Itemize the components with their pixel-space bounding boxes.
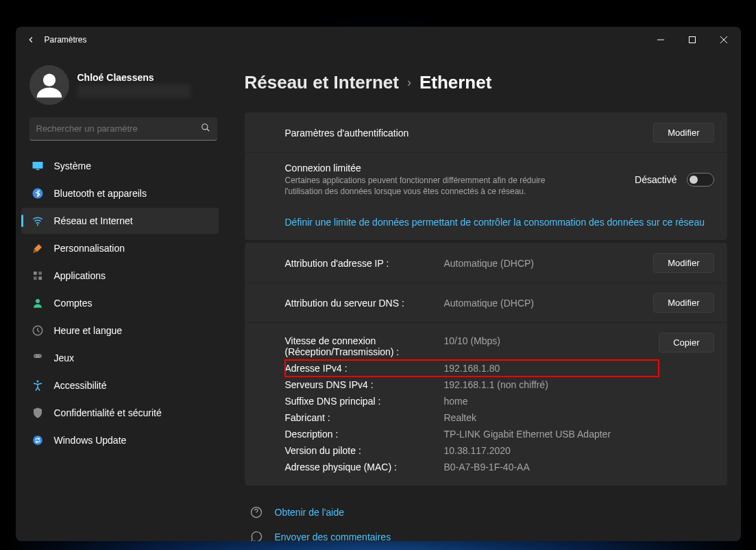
svg-point-16 <box>36 381 38 383</box>
metered-toggle-label: Désactivé <box>635 174 676 185</box>
data-limit-link-row: Définir une limite de données permettant… <box>245 206 727 239</box>
info-key: Vitesse de connexion (Réception/Transmis… <box>285 335 444 357</box>
sidebar-item-label: Bluetooth et appareils <box>54 188 147 199</box>
info-val: home <box>444 396 468 407</box>
dns-modify-button[interactable]: Modifier <box>653 293 714 313</box>
svg-rect-9 <box>34 276 37 280</box>
monitor-icon <box>31 159 45 173</box>
svg-point-17 <box>33 435 42 445</box>
sidebar-item-personnalisation[interactable]: Personnalisation <box>21 235 219 261</box>
back-button[interactable] <box>17 27 45 53</box>
info-row: Vitesse de connexion (Réception/Transmis… <box>285 333 659 360</box>
sidebar-item-comptes[interactable]: Comptes <box>21 290 219 316</box>
auth-modify-button[interactable]: Modifier <box>653 123 714 143</box>
clock-icon <box>31 324 45 337</box>
sidebar-item-accessibilit-[interactable]: Accessibilité <box>21 372 219 398</box>
content: Réseau et Internet › Ethernet Paramètres… <box>228 53 741 541</box>
minimize-button[interactable] <box>645 27 676 53</box>
apps-icon <box>31 269 45 283</box>
info-row: Adresse physique (MAC) :B0-A7-B9-1F-40-A… <box>285 459 659 475</box>
sidebar-item-bluetooth-et-appareils[interactable]: Bluetooth et appareils <box>21 180 219 206</box>
person-icon <box>31 296 45 310</box>
copy-button[interactable]: Copier <box>659 333 714 352</box>
sidebar-item-label: Réseau et Internet <box>54 215 133 226</box>
info-val: TP-LINK Gigabit Ethernet USB Adapter <box>444 429 611 440</box>
info-row: Description :TP-LINK Gigabit Ethernet US… <box>285 426 659 442</box>
accessibility-icon <box>31 379 45 392</box>
help-icon <box>249 505 264 520</box>
sidebar-item-label: Accessibilité <box>54 380 107 391</box>
sidebar-item-heure-et-langue[interactable]: Heure et langue <box>21 318 219 344</box>
ip-assignment-row: Attribution d'adresse IP : Automatique (… <box>245 243 727 283</box>
settings-window: Paramètres Chloé Claessens <box>16 27 741 541</box>
dns-assignment-value: Automatique (DHCP) <box>444 298 535 309</box>
info-key: Version du pilote : <box>285 445 444 456</box>
svg-point-2 <box>202 123 207 129</box>
dns-assignment-label: Attribution du serveur DNS : <box>285 298 444 309</box>
info-row: Suffixe DNS principal :home <box>285 393 659 409</box>
sidebar-item-confidentialit-et-s-curit-[interactable]: Confidentialité et sécurité <box>21 400 219 426</box>
dns-assignment-row: Attribution du serveur DNS : Automatique… <box>245 283 727 322</box>
info-val: 10.38.117.2020 <box>444 445 511 456</box>
bluetooth-icon <box>31 187 45 200</box>
titlebar: Paramètres <box>16 27 741 53</box>
maximize-button[interactable] <box>676 27 708 53</box>
svg-rect-0 <box>689 37 695 43</box>
sidebar-item-jeux[interactable]: Jeux <box>21 345 219 371</box>
avatar <box>29 65 69 105</box>
wifi-icon <box>31 214 45 228</box>
close-button[interactable] <box>708 27 740 53</box>
search-icon <box>201 123 210 135</box>
sidebar-item-label: Heure et langue <box>54 325 123 336</box>
get-help-link[interactable]: Obtenir de l'aide <box>245 505 727 520</box>
sidebar-item-applications[interactable]: Applications <box>21 263 219 289</box>
metered-desc: Certaines applications peuvent fonctionn… <box>285 175 573 197</box>
chevron-right-icon: › <box>407 75 411 90</box>
search-box[interactable] <box>29 117 217 141</box>
sidebar-item-label: Personnalisation <box>54 243 125 254</box>
svg-point-15 <box>40 356 40 357</box>
auth-settings-label: Paramètres d'authentification <box>285 128 654 139</box>
metered-toggle[interactable] <box>687 173 714 187</box>
search-input[interactable] <box>36 123 201 134</box>
svg-rect-7 <box>34 272 37 275</box>
breadcrumb-current: Ethernet <box>419 72 491 93</box>
sidebar-item-label: Jeux <box>54 352 75 363</box>
sidebar-item-label: Comptes <box>54 298 93 309</box>
send-feedback-label: Envoyer des commentaires <box>275 531 391 541</box>
info-key: Fabricant : <box>285 412 444 423</box>
window-title: Paramètres <box>45 35 87 45</box>
user-email-blurred <box>77 84 191 98</box>
svg-point-14 <box>39 355 40 355</box>
info-val: 192.168.1.80 <box>444 363 500 374</box>
shield-icon <box>31 406 45 420</box>
info-val: B0-A7-B9-1F-40-AA <box>444 462 530 473</box>
ip-modify-button[interactable]: Modifier <box>653 253 714 273</box>
info-key: Adresse physique (MAC) : <box>285 462 444 473</box>
svg-point-11 <box>36 299 40 303</box>
info-row: Version du pilote :10.38.117.2020 <box>285 442 659 459</box>
breadcrumb-parent[interactable]: Réseau et Internet <box>245 72 399 93</box>
footer-links: Obtenir de l'aide Envoyer des commentair… <box>245 505 727 541</box>
metered-title: Connexion limitée <box>285 163 635 174</box>
sidebar-item-windows-update[interactable]: Windows Update <box>21 427 219 453</box>
sidebar: Chloé Claessens SystèmeBluetooth et appa… <box>16 53 228 541</box>
svg-rect-8 <box>38 272 42 275</box>
info-key: Description : <box>285 429 444 440</box>
sidebar-item-r-seau-et-internet[interactable]: Réseau et Internet <box>21 208 219 234</box>
user-block[interactable]: Chloé Claessens <box>16 65 224 117</box>
sidebar-item-label: Windows Update <box>54 435 127 446</box>
sidebar-item-label: Confidentialité et sécurité <box>54 407 162 418</box>
brush-icon <box>31 241 45 255</box>
info-val: Realtek <box>444 412 476 423</box>
sidebar-item-syst-me[interactable]: Système <box>21 153 219 179</box>
ip-assignment-label: Attribution d'adresse IP : <box>285 258 444 269</box>
sidebar-item-label: Applications <box>54 270 106 281</box>
svg-rect-4 <box>36 169 39 171</box>
send-feedback-link[interactable]: Envoyer des commentaires <box>245 529 727 541</box>
breadcrumb: Réseau et Internet › Ethernet <box>245 72 727 93</box>
auth-settings-row: Paramètres d'authentification Modifier <box>245 113 727 152</box>
feedback-icon <box>249 529 264 541</box>
data-limit-link[interactable]: Définir une limite de données permettant… <box>285 217 705 228</box>
info-row: Adresse IPv4 :192.168.1.80 <box>285 360 659 376</box>
